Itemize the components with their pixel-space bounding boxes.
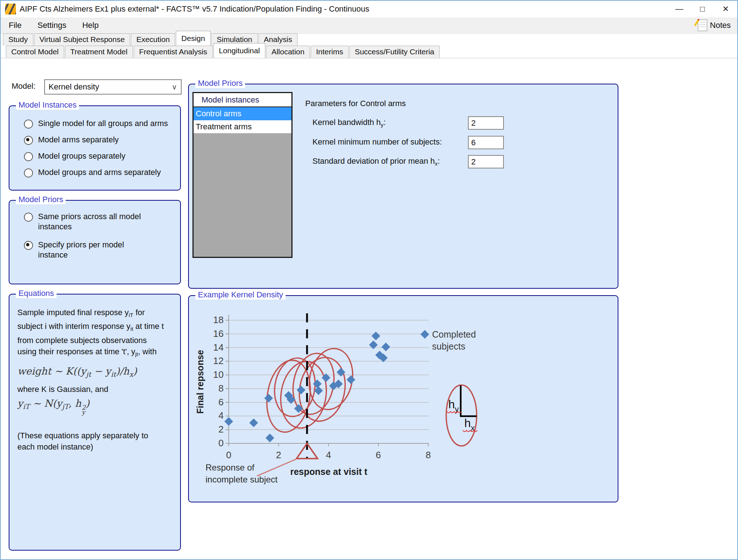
svg-text:Completed: Completed: [432, 329, 476, 339]
tab-treatment-model[interactable]: Treatment Model: [65, 46, 133, 58]
app-window: AIPF Cts Alzheimers Ex1 plus external* -…: [0, 0, 738, 560]
radio-circle: [24, 213, 33, 222]
svg-text:4: 4: [219, 410, 224, 421]
svg-text:12: 12: [213, 355, 224, 366]
gaussian-note: where K is Gaussian, and: [17, 384, 174, 395]
svg-text:hy: hy: [448, 398, 459, 414]
chevron-down-icon: ∨: [168, 83, 181, 91]
menu-help[interactable]: Help: [74, 21, 107, 30]
svg-text:6: 6: [376, 450, 381, 460]
kernel-min-subjects-input[interactable]: [468, 136, 504, 149]
svg-text:2: 2: [276, 450, 281, 460]
kernel-density-chart: 02468101214161802468Response ofincomplet…: [189, 296, 616, 500]
model-priors-mode-caption: Model Priors: [16, 195, 66, 204]
model-instances-groupbox: Model Instances Single model for all gro…: [9, 105, 181, 191]
app-logo-icon: [5, 4, 16, 14]
model-instances-listbox: Model instances Control arms Treatment a…: [192, 92, 293, 258]
menu-file[interactable]: File: [1, 21, 29, 30]
model-dropdown[interactable]: Kernel density ∨: [44, 79, 182, 95]
radio-circle: [24, 152, 33, 161]
radio-circle: [24, 120, 33, 129]
maximize-button[interactable]: □: [691, 1, 714, 17]
equations-caption: Equations: [16, 289, 57, 298]
tab-design[interactable]: Design: [176, 31, 210, 46]
radio-specify-priors[interactable]: Specify priors per model instance: [24, 240, 180, 260]
radio-model-groups-and-arms[interactable]: Model groups and arms separately: [24, 167, 180, 177]
equations-note: (These equations apply separately to eac…: [17, 430, 174, 452]
notes-button[interactable]: Notes: [698, 20, 731, 31]
normal-equation: yiT ∼ N(yjT, h2y): [17, 398, 174, 415]
kernel-bandwidth-label: Kernel bandwidth hy:: [312, 118, 386, 128]
menu-settings[interactable]: Settings: [29, 21, 74, 30]
radio-single-model[interactable]: Single model for all groups and arms: [24, 118, 180, 129]
svg-text:16: 16: [213, 328, 224, 339]
list-item-treatment-arms[interactable]: Treatment arms: [194, 120, 291, 133]
svg-text:8: 8: [426, 450, 431, 460]
model-label: Model:: [12, 82, 36, 91]
svg-text:2: 2: [219, 424, 224, 435]
tab-allocation[interactable]: Allocation: [266, 46, 310, 58]
title-bar: AIPF Cts Alzheimers Ex1 plus external* -…: [1, 1, 737, 17]
svg-text:0: 0: [226, 450, 231, 460]
tab-virtual-subject-response[interactable]: Virtual Subject Response: [34, 33, 130, 46]
example-kernel-density-groupbox: Example Kernel Density 02468101214161802…: [188, 295, 618, 502]
model-instances-caption: Model Instances: [16, 100, 79, 110]
svg-text:8: 8: [219, 383, 224, 394]
minimize-button[interactable]: —: [668, 1, 691, 17]
kernel-bandwidth-input[interactable]: [468, 116, 504, 130]
window-title: AIPF Cts Alzheimers Ex1 plus external* -…: [20, 4, 369, 14]
svg-text:10: 10: [213, 369, 224, 380]
radio-circle: [24, 168, 33, 177]
equations-groupbox: Equations Sample imputed final respose y…: [9, 294, 181, 551]
svg-text:0: 0: [219, 438, 224, 448]
model-dropdown-value: Kernel density: [45, 82, 168, 92]
model-priors-groupbox: Model Priors Model instances Control arm…: [188, 84, 618, 289]
menu-bar: File Settings Help Notes: [1, 17, 737, 34]
notes-label: Notes: [710, 21, 731, 30]
longitudinal-page: Model: Kernel density ∨ Model Instances …: [1, 58, 737, 559]
svg-text:incomplete subject: incomplete subject: [206, 475, 278, 484]
svg-text:subjects: subjects: [432, 341, 465, 351]
weight-equation: weight ∼ K((yjt − yit)/hx): [17, 365, 174, 378]
radio-same-priors[interactable]: Same priors across all model instances: [24, 212, 180, 232]
svg-text:hx: hx: [464, 417, 475, 432]
tab-frequentist-analysis[interactable]: Frequentist Analysis: [134, 46, 213, 58]
prior-mean-sd-input[interactable]: [468, 155, 504, 168]
main-tab-strip: Study Virtual Subject Response Execution…: [3, 33, 737, 46]
model-priors-caption: Model Priors: [195, 79, 245, 88]
tab-execution[interactable]: Execution: [131, 33, 175, 46]
svg-text:response at visit t: response at visit t: [290, 467, 368, 477]
notes-icon: [698, 20, 707, 31]
svg-text:6: 6: [219, 397, 224, 408]
radio-circle-selected: [24, 241, 33, 250]
listbox-header: Model instances: [194, 93, 291, 107]
svg-text:14: 14: [213, 342, 224, 353]
prior-mean-sd-label: Standard deviation of prior mean hx:: [312, 156, 440, 167]
equations-paragraph: Sample imputed final respose yiT for sub…: [17, 307, 174, 360]
tab-control-model[interactable]: Control Model: [6, 46, 64, 58]
kernel-min-subjects-label: Kernel minimum number of subjects:: [312, 137, 442, 147]
tab-success-futility-criteria[interactable]: Success/Futility Criteria: [349, 46, 440, 58]
model-priors-mode-groupbox: Model Priors Same priors across all mode…: [9, 200, 181, 284]
svg-text:4: 4: [326, 450, 331, 460]
list-item-control-arms[interactable]: Control arms: [194, 107, 291, 120]
radio-model-arms-separately[interactable]: Model arms separately: [24, 135, 180, 145]
tab-longitudinal[interactable]: Longitudinal: [213, 43, 265, 58]
svg-text:Response of: Response of: [206, 463, 254, 472]
svg-text:Final repsonse: Final repsonse: [195, 350, 205, 414]
radio-circle-selected: [24, 136, 33, 145]
radio-model-groups-separately[interactable]: Model groups separately: [24, 151, 180, 161]
example-kernel-density-caption: Example Kernel Density: [195, 290, 286, 300]
design-tab-strip: Control Model Treatment Model Frequentis…: [3, 46, 737, 58]
svg-text:18: 18: [213, 314, 224, 325]
close-button[interactable]: ✕: [714, 1, 737, 17]
tab-study[interactable]: Study: [3, 33, 33, 46]
tab-interims[interactable]: Interims: [311, 46, 349, 58]
params-title: Parameters for Control arms: [305, 99, 406, 108]
